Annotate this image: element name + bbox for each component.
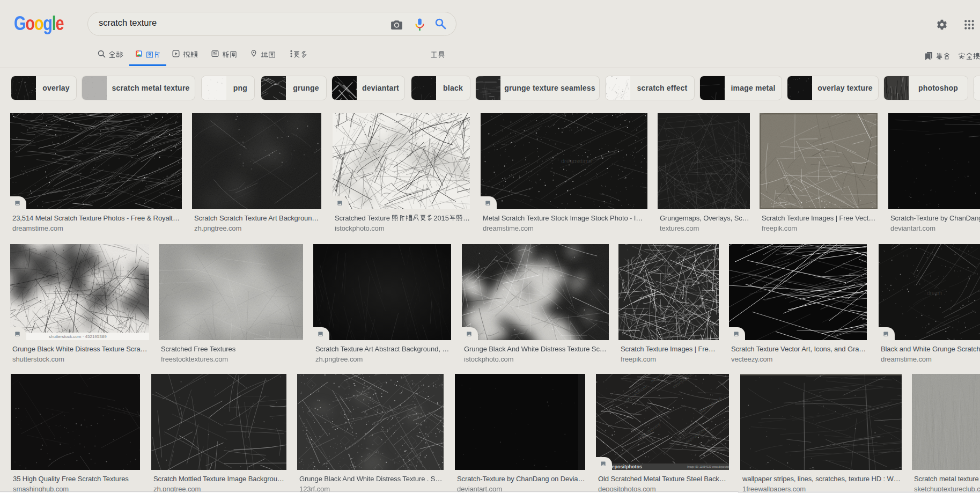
svg-text:dreamstime: dreamstime [561,158,592,164]
svg-text:shutterstock.com · 452195389: shutterstock.com · 452195389 [49,334,107,339]
svg-text:depositphotos: depositphotos [609,464,642,469]
svg-text:depositphotos: depositphotos [684,425,709,445]
svg-text:depositphotos: depositphotos [698,395,723,415]
svg-text:depositphotos: depositphotos [650,374,675,384]
svg-text:dream: dream [927,290,942,296]
svg-text:depositphotos: depositphotos [672,374,697,389]
svg-text:Image ID: 11034029 www.depos: Image ID: 11034029 www.depositphotos.com [687,465,729,468]
